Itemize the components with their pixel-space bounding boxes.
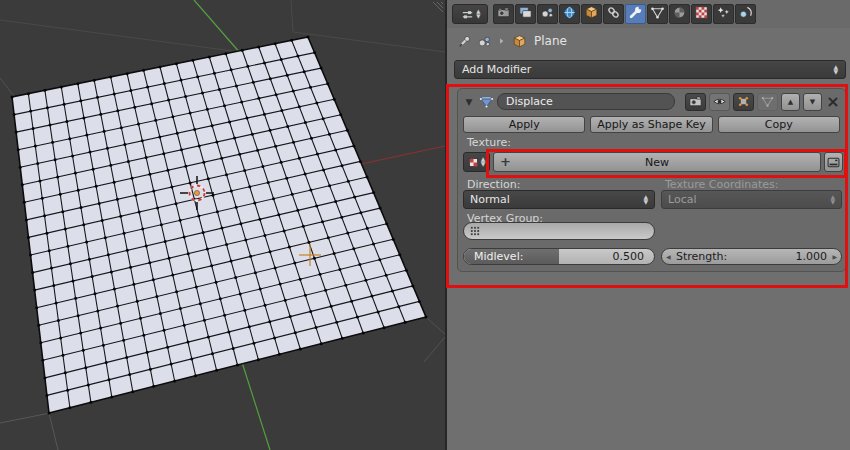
constraints-icon: [606, 5, 621, 23]
strength-field[interactable]: ◀ Strength: 1.000 ▶: [661, 248, 842, 265]
texture-checker-icon: [468, 157, 479, 168]
pin-icon[interactable]: [457, 34, 472, 49]
modifiers-icon: [628, 5, 643, 23]
editor-type-button[interactable]: ▲▼: [452, 4, 488, 24]
properties-header: ▲▼: [447, 0, 850, 28]
tab-constraints[interactable]: [603, 4, 624, 24]
tab-texture[interactable]: [691, 4, 712, 24]
scene-icon: [540, 5, 555, 23]
modifier-panel-displace: ▼ Displace ▲ ▼ ×: [457, 88, 846, 272]
move-modifier-down-button[interactable]: ▼: [803, 93, 822, 111]
material-icon: [672, 5, 687, 23]
editmode-display-toggle[interactable]: [733, 93, 754, 111]
tab-material[interactable]: [669, 4, 690, 24]
editmode-icon: [736, 94, 751, 109]
move-modifier-up-button[interactable]: ▲: [781, 93, 800, 111]
tab-object-data[interactable]: [647, 4, 668, 24]
increment-arrow-icon[interactable]: ▶: [832, 253, 837, 260]
editor-switch-arrows-icon: ▲▼: [476, 10, 480, 19]
render-layers-icon: [518, 5, 533, 23]
texture-coordinates-dropdown[interactable]: Local ▲▼: [661, 190, 842, 209]
vertex-group-icon: [469, 225, 481, 237]
tab-physics[interactable]: [735, 4, 756, 24]
tab-world[interactable]: [559, 4, 580, 24]
tab-scene[interactable]: [537, 4, 558, 24]
tab-render[interactable]: [493, 4, 514, 24]
camera-icon: [688, 94, 703, 109]
breadcrumb-object-name: Plane: [534, 34, 567, 48]
breadcrumb-arrow-icon: [497, 36, 507, 46]
modifier-action-buttons: Apply Apply as Shape Key Copy: [463, 116, 840, 133]
property-tabs: [493, 4, 756, 24]
texture-row: ▲▼ + New: [463, 152, 843, 172]
apply-button[interactable]: Apply: [463, 116, 585, 133]
tab-particles[interactable]: [713, 4, 734, 24]
object-data-icon: [650, 5, 665, 23]
add-modifier-dropdown[interactable]: Add Modifier ▲▼: [454, 60, 846, 79]
physics-icon: [738, 5, 753, 23]
particles-icon: [716, 5, 731, 23]
blender-window: ▲▼ Plane Add Modifier ▲▼ ▼ Displace: [0, 0, 850, 450]
copy-button[interactable]: Copy: [718, 116, 840, 133]
show-texture-in-texture-tab-button[interactable]: [824, 152, 843, 172]
properties-editor-icon: [460, 7, 475, 22]
chevron-updown-icon: ▲▼: [481, 157, 486, 167]
modifier-name: Displace: [506, 95, 553, 108]
delete-modifier-button[interactable]: ×: [825, 94, 841, 110]
chevron-updown-icon: ▲▼: [830, 195, 835, 205]
breadcrumb: Plane: [457, 31, 567, 51]
chevron-updown-icon: ▲▼: [643, 195, 648, 205]
tab-object[interactable]: [581, 4, 602, 24]
displace-modifier-icon: [479, 94, 494, 109]
eye-icon: [712, 94, 727, 109]
add-modifier-label: Add Modifier: [462, 63, 833, 76]
new-texture-button[interactable]: + New: [493, 152, 821, 172]
tab-modifiers[interactable]: [625, 4, 646, 24]
cage-icon: [760, 94, 775, 109]
plus-icon: +: [500, 154, 511, 169]
tab-render-layers[interactable]: [515, 4, 536, 24]
vertex-group-input[interactable]: [463, 222, 655, 240]
texture-label: Texture:: [467, 136, 511, 149]
chevron-updown-icon: ▲▼: [833, 65, 838, 75]
texture-tab-window-icon: [826, 155, 841, 170]
world-icon: [562, 5, 577, 23]
direction-dropdown[interactable]: Normal ▲▼: [463, 190, 655, 209]
apply-as-shape-key-button[interactable]: Apply as Shape Key: [590, 116, 712, 133]
cage-toggle[interactable]: [757, 93, 778, 111]
texture-icon: [694, 5, 709, 23]
viewport-visibility-toggle[interactable]: [709, 93, 730, 111]
modifier-header: ▼ Displace ▲ ▼ ×: [462, 92, 841, 111]
properties-panel: ▲▼ Plane Add Modifier ▲▼ ▼ Displace: [445, 0, 850, 450]
modifier-name-field[interactable]: Displace: [497, 93, 675, 110]
render-icon: [496, 5, 511, 23]
midlevel-slider[interactable]: Midlevel: 0.500: [463, 248, 655, 265]
object-icon[interactable]: [477, 34, 492, 49]
3d-viewport[interactable]: [0, 0, 445, 450]
browse-texture-button[interactable]: ▲▼: [463, 152, 490, 172]
collapse-chevron-icon[interactable]: ▼: [462, 97, 476, 107]
object-icon: [584, 5, 599, 23]
viewport-scene: [0, 0, 445, 450]
render-visibility-toggle[interactable]: [685, 93, 706, 111]
mesh-cube-icon: [512, 34, 527, 49]
decrement-arrow-icon[interactable]: ◀: [666, 253, 671, 260]
